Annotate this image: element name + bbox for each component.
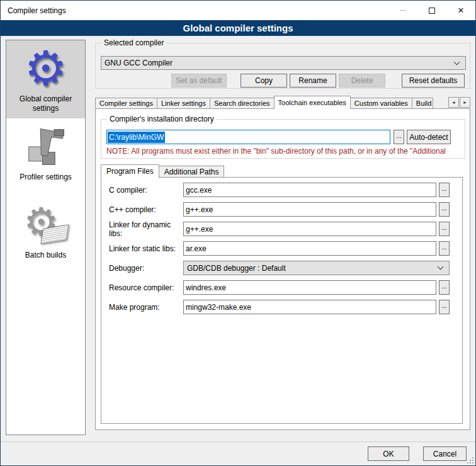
tab-scroll-arrows: ◄ ►	[448, 97, 470, 108]
arrow-left-icon: ◄	[451, 100, 456, 105]
ok-button[interactable]: OK	[368, 446, 409, 461]
subtab-additional-paths[interactable]: Additional Paths	[159, 166, 225, 178]
debugger-select[interactable]: GDB/CDB debugger : Default	[183, 261, 450, 275]
cpp-compiler-input[interactable]	[183, 202, 436, 217]
footer-divider	[1, 441, 476, 442]
debugger-label: Debugger:	[101, 264, 183, 273]
static-linker-label: Linker for static libs:	[101, 244, 183, 253]
maximize-icon	[429, 8, 435, 14]
arrow-right-icon: ►	[463, 100, 467, 105]
sidebar-item-label: Batch builds	[6, 251, 85, 260]
delete-button[interactable]: Delete	[339, 74, 385, 88]
field-row-static-linker: Linker for static libs: ...	[101, 241, 462, 256]
tab-scroll-left-button[interactable]: ◄	[448, 97, 459, 108]
compiler-select[interactable]: GNU GCC Compiler	[101, 56, 466, 70]
page-title: Global compiler settings	[183, 23, 293, 33]
selected-compiler-group: Selected compiler GNU GCC Compiler Set a…	[95, 43, 470, 89]
make-program-browse-button[interactable]: ...	[439, 300, 450, 314]
installation-directory-value: C:\raylib\MinGW	[108, 132, 165, 143]
window-title: Compiler settings	[1, 6, 66, 15]
program-files-tabstrip: Program Files Additional Paths	[101, 164, 224, 178]
chevron-down-icon	[454, 59, 460, 65]
blue-gear-icon: ⚙	[24, 45, 67, 93]
cpp-compiler-label: C++ compiler:	[101, 205, 183, 214]
make-program-label: Make program:	[101, 303, 183, 312]
sidebar-item-global-compiler-settings[interactable]: ⚙ Global compiler settings	[6, 40, 85, 118]
tab-linker-settings[interactable]: Linker settings	[157, 98, 210, 109]
c-compiler-label: C compiler:	[101, 186, 183, 195]
tab-toolchain-executables[interactable]: Toolchain executables	[274, 96, 351, 109]
reset-defaults-button[interactable]: Reset defaults	[402, 74, 465, 88]
sidebar-item-profiler-settings[interactable]: Profiler settings	[6, 118, 85, 196]
compiler-settings-dialog: Compiler settings ✕ Global compiler sett…	[0, 0, 476, 466]
static-linker-input[interactable]	[183, 241, 436, 256]
tab-scroll-right-button[interactable]: ►	[460, 97, 470, 108]
field-row-resource-compiler: Resource compiler: ...	[101, 280, 462, 295]
installation-directory-group-label: Compiler's installation directory	[107, 115, 217, 123]
close-icon: ✕	[458, 6, 465, 14]
debugger-select-value: GDB/CDB debugger : Default	[187, 264, 286, 273]
installation-directory-group: Compiler's installation directory C:\ray…	[101, 119, 465, 159]
chevron-down-icon	[438, 264, 444, 270]
make-program-input[interactable]	[183, 300, 436, 314]
dynamic-linker-input[interactable]	[183, 222, 436, 236]
tab-build-options[interactable]: Build	[412, 98, 433, 109]
caliper-blocks-icon	[24, 125, 68, 169]
subtab-program-files[interactable]: Program Files	[101, 164, 159, 178]
program-files-page: C compiler: ... C++ compiler: ... Linker…	[101, 177, 463, 424]
static-linker-browse-button[interactable]: ...	[439, 241, 450, 256]
dynamic-linker-browse-button[interactable]: ...	[439, 222, 450, 236]
settings-category-list: ⚙ Global compiler settings Profiler sett…	[6, 40, 86, 435]
compiler-select-value: GNU GCC Compiler	[105, 59, 173, 67]
close-button[interactable]: ✕	[446, 1, 475, 20]
settings-tabstrip: Compiler settings Linker settings Search…	[95, 95, 470, 109]
page-header: Global compiler settings	[1, 20, 475, 36]
sidebar-item-label: Global compiler settings	[6, 94, 85, 113]
tab-search-directories[interactable]: Search directories	[210, 98, 275, 109]
profiler-icon-wrap	[6, 121, 85, 173]
batch-builds-icon-wrap: ⚙	[6, 199, 85, 251]
field-row-dynamic-linker: Linker for dynamic libs: ...	[101, 222, 462, 236]
c-compiler-input[interactable]	[183, 183, 436, 197]
installation-directory-input[interactable]: C:\raylib\MinGW	[106, 130, 390, 144]
sidebar-item-label: Profiler settings	[6, 173, 85, 182]
tab-compiler-settings[interactable]: Compiler settings	[95, 98, 157, 109]
batch-builds-icon: ⚙	[24, 203, 68, 247]
selected-compiler-group-label: Selected compiler	[101, 38, 166, 47]
dynamic-linker-label: Linker for dynamic libs:	[101, 220, 183, 238]
cpp-compiler-browse-button[interactable]: ...	[439, 202, 450, 217]
field-row-c-compiler: C compiler: ...	[101, 183, 462, 197]
compiler-buttons-row: Set as default Copy Rename Delete Reset …	[96, 74, 465, 88]
field-row-cpp-compiler: C++ compiler: ...	[101, 202, 462, 217]
c-compiler-browse-button[interactable]: ...	[439, 183, 450, 197]
cancel-button[interactable]: Cancel	[423, 446, 467, 461]
resize-grip[interactable]	[467, 457, 473, 463]
maximize-button[interactable]	[417, 1, 446, 20]
field-row-debugger: Debugger: GDB/CDB debugger : Default	[101, 261, 462, 275]
toolchain-executables-page: Compiler's installation directory C:\ray…	[95, 108, 470, 430]
global-compiler-icon-wrap: ⚙	[6, 43, 85, 94]
minimize-button[interactable]	[388, 1, 417, 20]
set-as-default-button[interactable]: Set as default	[171, 74, 227, 88]
minimize-icon	[400, 10, 406, 11]
resource-compiler-input[interactable]	[183, 280, 436, 295]
bin-subdirectory-note: NOTE: All programs must exist either in …	[106, 147, 462, 156]
sidebar-item-batch-builds[interactable]: ⚙ Batch builds	[6, 196, 85, 275]
auto-detect-button[interactable]: Auto-detect	[407, 130, 451, 144]
field-row-make-program: Make program: ...	[101, 300, 462, 314]
tab-custom-variables[interactable]: Custom variables	[350, 98, 412, 109]
installation-directory-row: C:\raylib\MinGW ... Auto-detect	[106, 130, 451, 144]
browse-directory-button[interactable]: ...	[394, 130, 404, 144]
resource-compiler-browse-button[interactable]: ...	[439, 280, 450, 295]
title-bar[interactable]: Compiler settings ✕	[1, 1, 475, 20]
caption-buttons: ✕	[388, 1, 475, 20]
rename-button[interactable]: Rename	[290, 74, 336, 88]
resource-compiler-label: Resource compiler:	[101, 283, 183, 292]
copy-button[interactable]: Copy	[241, 74, 287, 88]
